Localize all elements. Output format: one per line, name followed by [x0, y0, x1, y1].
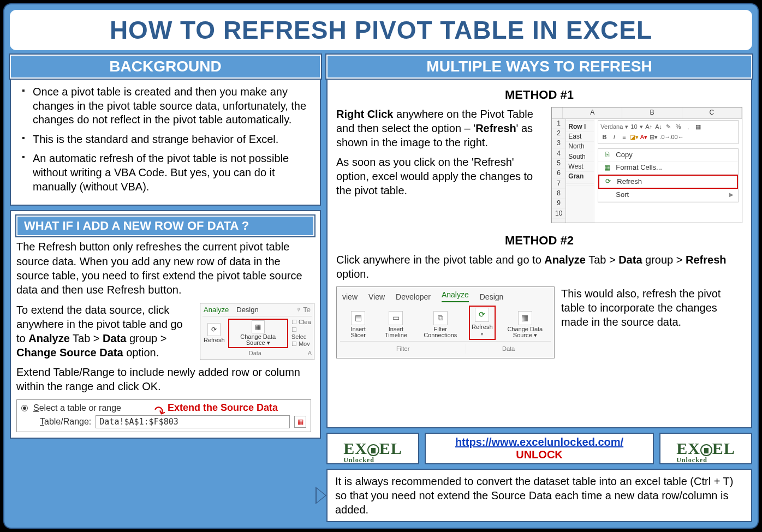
- menu-sort[interactable]: Sort▶: [598, 189, 738, 202]
- decrease-font-icon[interactable]: A↓: [655, 123, 663, 130]
- background-body: Once a pivot table is created and then y…: [11, 82, 320, 205]
- cell[interactable]: [566, 184, 594, 186]
- col-header[interactable]: A: [563, 107, 622, 118]
- cell[interactable]: Row l: [566, 122, 594, 132]
- menu-label: Sort: [616, 190, 629, 200]
- insert-timeline-button[interactable]: ▭Insert Timeline: [380, 310, 412, 340]
- cell[interactable]: North: [566, 142, 594, 152]
- move-option[interactable]: Mov: [291, 340, 312, 348]
- ribbon-tab[interactable]: View: [368, 292, 385, 302]
- ribbon-tab-analyze[interactable]: Analyze: [442, 290, 469, 302]
- comma-icon[interactable]: ,: [684, 123, 692, 130]
- row-num[interactable]: 1: [552, 119, 565, 129]
- increase-decimal-icon[interactable]: .0→: [659, 133, 667, 141]
- method1-label: METHOD #1: [336, 87, 742, 103]
- mock-context-menu: A B C 1 2 3 4 5: [551, 107, 742, 223]
- ribbon-tab-analyze[interactable]: Analyze: [204, 306, 229, 314]
- row-num[interactable]: 4: [552, 149, 565, 159]
- filter-connections-button[interactable]: ⧉Filter Connections: [420, 310, 461, 340]
- bold-text: Data: [103, 332, 126, 344]
- change-data-source-button[interactable]: ▦ Change Data Source ▾: [228, 319, 288, 348]
- cell[interactable]: East: [566, 132, 594, 142]
- side-options: Clea Selec Mov: [291, 319, 312, 348]
- fill-color-icon[interactable]: ◪▾: [630, 133, 638, 141]
- tip-arrow-icon: [315, 487, 326, 504]
- ribbon-tab[interactable]: Developer: [396, 292, 431, 302]
- bg-item: Once a pivot table is created and then y…: [20, 85, 311, 127]
- group-corner: A: [308, 350, 312, 356]
- whatif-p3: Extend Table/Range to include newly adde…: [16, 365, 314, 394]
- cell[interactable]: West: [566, 162, 594, 172]
- tell-me[interactable]: ♀ Te: [296, 306, 311, 314]
- borders-icon[interactable]: ⊞▾: [650, 133, 657, 141]
- row-num[interactable]: 8: [552, 189, 565, 199]
- row-num[interactable]: 7: [552, 179, 565, 189]
- text-span: Tab >: [70, 332, 103, 344]
- whatif-p2: To extend the data source, click anywher…: [16, 303, 193, 360]
- col-header[interactable]: B: [622, 107, 682, 118]
- col-header[interactable]: C: [682, 107, 742, 118]
- method2-label: METHOD #2: [336, 233, 742, 248]
- btn-label: Insert Slicer: [346, 326, 371, 339]
- decrease-decimal-icon[interactable]: .00←: [669, 133, 677, 141]
- refresh-icon: ⟳: [604, 177, 612, 186]
- range-picker-icon[interactable]: ▦: [294, 416, 306, 428]
- corner-cell[interactable]: [552, 107, 563, 118]
- italic-icon[interactable]: I: [610, 133, 618, 141]
- clear-option[interactable]: Clea: [291, 319, 312, 326]
- font-name[interactable]: Verdana: [600, 123, 623, 130]
- row-num[interactable]: 5: [552, 159, 565, 169]
- menu-refresh[interactable]: ⟳Refresh: [598, 175, 738, 189]
- select-option[interactable]: Selec: [291, 326, 312, 340]
- ribbon-tab[interactable]: Design: [480, 292, 504, 302]
- background-panel: BACKGROUND Once a pivot table is created…: [10, 55, 321, 206]
- btn-label: Change Data Source ▾: [230, 334, 286, 346]
- percent-icon[interactable]: %: [675, 123, 682, 130]
- row-num[interactable]: 6: [552, 169, 565, 178]
- format-cells-icon: ▦: [603, 163, 611, 172]
- range-input[interactable]: Data!$A$1:$F$803: [96, 415, 290, 428]
- menu-label: Format Cells...: [616, 163, 662, 172]
- row-num[interactable]: 2: [552, 129, 565, 139]
- change-data-source-button[interactable]: ▦Change Data Source ▾: [503, 310, 547, 340]
- method2-p1: Click anywhere in the pivot table and go…: [336, 253, 742, 282]
- ribbon-tab[interactable]: view: [342, 292, 358, 302]
- bold-icon[interactable]: B: [600, 133, 608, 141]
- align-icon[interactable]: ≡: [620, 133, 628, 141]
- text-span: Tab >: [586, 254, 618, 266]
- site-link[interactable]: https://www.excelunlocked.com/: [455, 436, 623, 449]
- bold-text: Data: [618, 254, 642, 266]
- btn-label: Refresh: [204, 337, 225, 343]
- cells-icon[interactable]: ▦: [694, 123, 702, 130]
- logo-sub: Unlocked: [343, 456, 374, 464]
- increase-font-icon[interactable]: A↑: [645, 123, 653, 130]
- cell[interactable]: South: [566, 152, 594, 162]
- infographic-page: HOW TO REFRESH PIVOT TABLE IN EXCEL BACK…: [3, 3, 759, 529]
- logo-sub: Unlocked: [676, 456, 707, 464]
- logo-text: EXELUnlocked: [676, 439, 735, 458]
- whatif-p1: The Refresh button only refreshes the cu…: [16, 240, 314, 297]
- text-span: option.: [336, 268, 369, 280]
- text-span: group >: [126, 332, 166, 344]
- format-painter-icon[interactable]: ✎: [665, 123, 672, 130]
- method1-p1: Right Click anywhere on the Pivot Table …: [336, 107, 545, 150]
- group-filter: Filter: [340, 344, 466, 354]
- font-size[interactable]: 10: [630, 123, 637, 130]
- refresh-button[interactable]: ⟳Refresh▾: [469, 306, 496, 339]
- refresh-button[interactable]: ⟳ Refresh: [203, 322, 226, 344]
- row-num[interactable]: 10: [552, 209, 565, 219]
- copy-icon: ⎘: [603, 151, 611, 159]
- radio-button[interactable]: [21, 405, 28, 411]
- menu-format-cells[interactable]: ▦Format Cells...: [598, 162, 738, 175]
- font-color-icon[interactable]: A▾: [640, 133, 647, 141]
- cell[interactable]: Gran: [566, 172, 594, 182]
- insert-slicer-button[interactable]: ▤Insert Slicer: [344, 310, 372, 340]
- bold-text: Analyze: [28, 332, 70, 344]
- ribbon-tab-design[interactable]: Design: [236, 306, 258, 314]
- bold-text: Refresh: [686, 254, 726, 266]
- mini-toolbar: Verdana ▾ 10 ▾ A↑ A↓ ✎ % , ▦: [598, 120, 739, 144]
- menu-copy[interactable]: ⎘Copy: [598, 149, 738, 162]
- group-label: Data A: [203, 350, 312, 356]
- row-num[interactable]: 3: [552, 139, 565, 148]
- row-num[interactable]: 9: [552, 199, 565, 208]
